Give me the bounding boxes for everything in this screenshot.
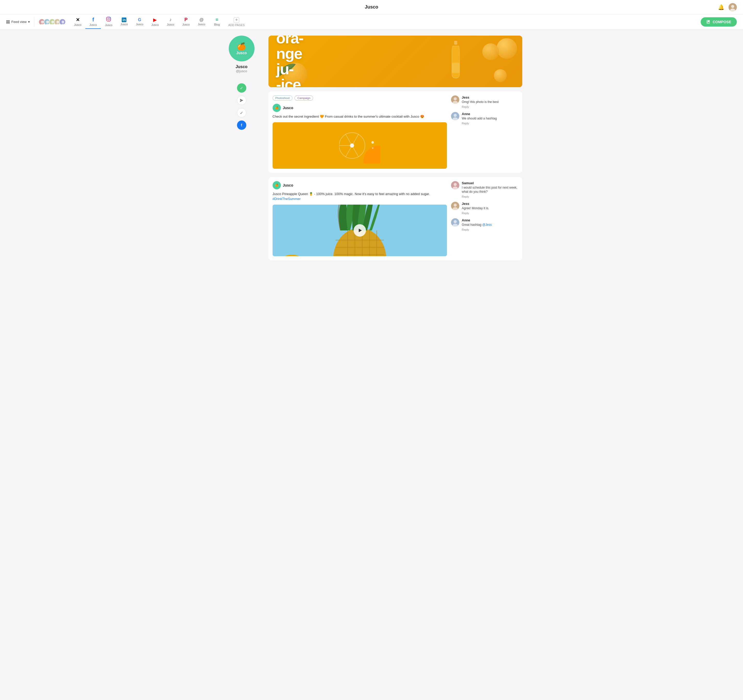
cover-content: ora-ngeju--ice [268,36,522,87]
svg-rect-22 [107,17,111,21]
comment-anne-1: Anne We should add a hashtag Reply [451,112,518,125]
tag-photoshoot[interactable]: Photoshoot [272,95,293,101]
comment-jess-1: Jess Omg! this photo is the best Reply [451,95,518,108]
tab-tiktok[interactable]: ♪ Jusco [163,15,178,29]
svg-point-63 [454,183,457,186]
facebook-action-button[interactable]: f [237,120,246,130]
comment-name-jess-2: Jess [462,202,518,206]
deco-circle-1 [496,38,517,59]
svg-marker-61 [359,228,362,232]
feed-view-label: Feed view [11,20,27,24]
comment-text-anne-2: Great hashtag @Jess [462,222,518,227]
deco-circle-2 [494,69,507,82]
comment-mention: @Jess [482,223,492,227]
top-navigation: Jusco 🔔 [0,0,743,15]
comment-reply-jess-1[interactable]: Reply [462,105,518,108]
post-1-tags: Photoshoot Campaign [272,95,447,101]
action-icons: ✓ ✓ f [237,83,246,130]
svg-point-36 [372,141,374,144]
comment-avatar-jess-1 [451,95,459,104]
main-layout: 🍊 Jusco Jusco @jusco ✓ ✓ f [217,30,526,267]
svg-point-14 [51,21,54,23]
svg-point-23 [108,18,110,20]
tab-youtube[interactable]: ▶ Jusco [147,15,163,29]
svg-rect-4 [8,21,10,22]
platform-navigation: Feed view ▾ ✕ Jusco f Jusco Jusco in Jus… [0,15,743,30]
tab-linkedin[interactable]: in Jusco [116,15,132,28]
compose-label: COMPOSE [713,20,731,24]
tiktok-icon: ♪ [169,17,172,22]
team-avatars [38,19,66,25]
svg-rect-5 [6,22,8,24]
post-1-author-name: Jusco [283,106,293,110]
tag-campaign[interactable]: Campaign [295,95,313,101]
tab-blog[interactable]: ≡ Blog [209,15,225,29]
svg-rect-3 [6,21,8,22]
notification-bell-icon[interactable]: 🔔 [718,4,724,10]
tab-google[interactable]: G Jusco [132,15,147,28]
feed-view-button[interactable]: Feed view ▾ [6,17,34,27]
feed-view-chevron-icon: ▾ [28,20,30,24]
comment-body-samuel: Samuel I would schedule this post for ne… [462,181,518,199]
post-1-image [272,122,447,169]
svg-point-42 [454,114,457,117]
add-pages-plus-icon: + [234,17,239,23]
comment-avatar-anne-2 [451,218,459,227]
svg-point-24 [110,18,110,18]
comment-reply-anne-1[interactable]: Reply [462,122,518,125]
tab-instagram[interactable]: Jusco [101,15,116,29]
approve-button[interactable]: ✓ [237,83,246,93]
comment-body-jess-2: Jess Agree! Monday it is. Reply [462,202,518,215]
tab-add-pages[interactable]: + ADD PAGES [225,15,248,29]
blog-icon: ≡ [216,17,218,22]
post-2-author: 🍊 Jusco [272,181,447,189]
post-2-author-name: Jusco [283,183,293,187]
tab-facebook[interactable]: f Jusco [85,15,101,29]
post-2-hashtag: #DrinkTheSummer [272,197,301,201]
center-feed: ora-ngeju--ice Photoshoot Campaign 🍊 Jus… [268,36,522,260]
tab-twitter[interactable]: ✕ Jusco [70,15,85,29]
send-button[interactable] [237,96,246,105]
svg-point-39 [454,97,457,100]
comment-text-jess-2: Agree! Monday it is. [462,206,518,211]
comment-reply-anne-2[interactable]: Reply [462,228,518,231]
comment-body-anne-2: Anne Great hashtag @Jess Reply [462,218,518,231]
post-2-text: Jusco Pineapple Queen 🍍 - 100% juice. 10… [272,191,447,202]
juice-bottle [451,41,460,80]
svg-point-8 [41,21,44,23]
post-1: Photoshoot Campaign 🍊 Jusco Check out th… [268,91,522,173]
instagram-icon [106,16,111,23]
comment-samuel: Samuel I would schedule this post for ne… [451,181,518,199]
post-1-text: Check out the secret ingredient 🧡 From c… [272,114,447,119]
orange-slice-svg [339,128,380,163]
svg-point-20 [62,21,64,23]
comment-avatar-anne-1 [451,112,459,120]
user-avatar[interactable] [728,3,737,11]
comment-jess-2: Jess Agree! Monday it is. Reply [451,202,518,215]
twitter-icon: ✕ [76,17,80,23]
comment-text-anne-1: We should add a hashtag [462,116,518,121]
pending-check-button[interactable]: ✓ [237,108,246,117]
team-avatar-5 [59,19,66,25]
google-icon: G [138,18,141,22]
post-2: 🍊 Jusco Jusco Pineapple Queen 🍍 - 100% j… [268,177,522,260]
comment-name-anne-2: Anne [462,218,518,222]
post-2-image [272,205,447,256]
facebook-icon: f [92,17,94,23]
youtube-icon: ▶ [153,17,157,23]
comment-name-jess-1: Jess [462,95,518,99]
tab-pinterest[interactable]: P Jusco [178,15,194,29]
comment-text-samuel: I would schedule this post for next week… [462,185,518,194]
comment-body-jess-1: Jess Omg! this photo is the best Reply [462,95,518,108]
tab-threads[interactable]: @ Jusco [194,15,209,28]
deco-circle-3 [482,43,499,60]
add-pages-label: ADD PAGES [228,24,244,27]
svg-point-37 [372,147,373,149]
comment-reply-samuel[interactable]: Reply [462,195,518,198]
compose-button[interactable]: COMPOSE [701,17,737,27]
nav-right: 🔔 [718,3,737,11]
comment-avatar-jess-2 [451,202,459,210]
video-play-button[interactable] [354,224,366,237]
threads-icon: @ [199,18,203,22]
comment-reply-jess-2[interactable]: Reply [462,212,518,215]
